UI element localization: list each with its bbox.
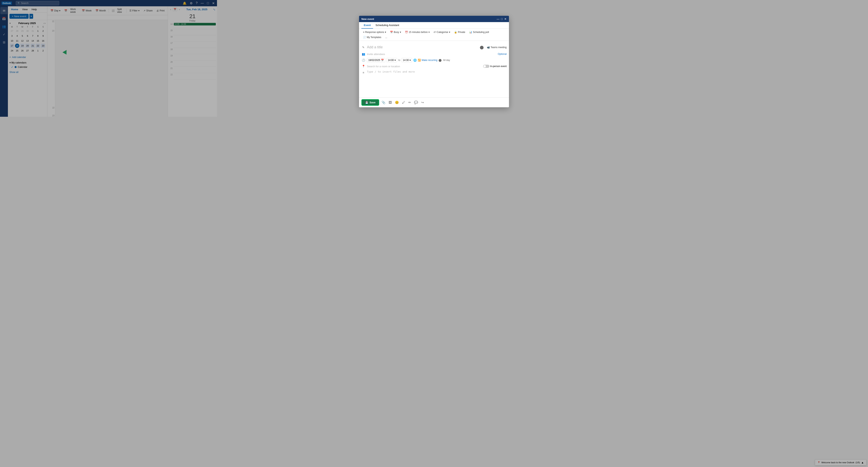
modal-overlay[interactable]: New event — □ ✕ Event Scheduling Assista… xyxy=(0,0,217,117)
